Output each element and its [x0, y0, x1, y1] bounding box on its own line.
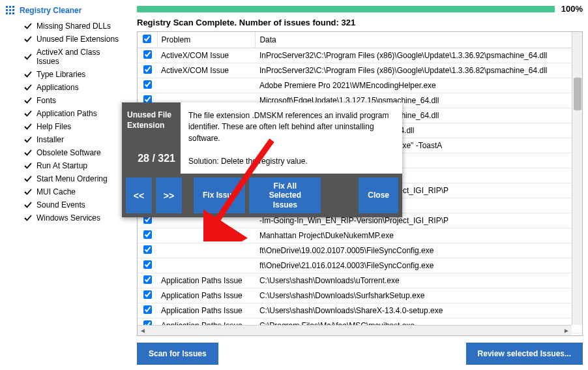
- sidebar-item-label: Start Menu Ordering: [37, 174, 108, 183]
- svg-rect-3: [6, 9, 8, 11]
- row-checkbox[interactable]: [143, 260, 152, 269]
- next-issue-button[interactable]: >>: [156, 177, 182, 213]
- cell-problem: [157, 78, 256, 93]
- popup-solution: Solution: Delete the registry value.: [188, 156, 394, 167]
- sidebar-item-start-menu-ordering[interactable]: Start Menu Ordering: [5, 172, 125, 185]
- row-checkbox[interactable]: [143, 80, 152, 89]
- cell-problem: ActiveX/COM Issue: [157, 48, 256, 63]
- sidebar-item-label: Missing Shared DLLs: [37, 22, 111, 31]
- check-icon: [23, 52, 33, 61]
- close-popup-button[interactable]: Close: [359, 177, 398, 213]
- check-icon: [23, 122, 33, 131]
- cell-data: C:\Users\shash\Downloads\SurfsharkSetup.…: [256, 288, 582, 303]
- sidebar-item-type-libraries[interactable]: Type Libraries: [5, 68, 125, 81]
- table-row[interactable]: ft\OneDrive\19.002.0107.0005\FileSyncCon…: [138, 243, 582, 258]
- sidebar-item-unused-file-extensions[interactable]: Unused File Extensions: [5, 33, 125, 46]
- header-problem[interactable]: Problem: [157, 32, 256, 48]
- table-row[interactable]: ActiveX/COM IssueInProcServer32\C:\Progr…: [138, 63, 582, 78]
- table-row[interactable]: Application Paths IssueC:\Users\shash\Do…: [138, 303, 582, 318]
- svg-rect-6: [6, 12, 8, 14]
- table-row[interactable]: Application Paths IssueC:\Users\shash\Do…: [138, 273, 582, 288]
- scrollbar-horizontal[interactable]: ◄►: [138, 325, 572, 335]
- sidebar-item-windows-services[interactable]: Windows Services: [5, 211, 125, 224]
- row-checkbox[interactable]: [143, 245, 152, 254]
- svg-rect-1: [9, 6, 11, 8]
- status-text: Registry Scan Complete. Number of issues…: [137, 18, 583, 27]
- scrollbar-vertical[interactable]: [572, 32, 582, 325]
- sidebar-item-activex-and-class-issues[interactable]: ActiveX and Class Issues: [5, 46, 125, 68]
- prev-issue-button[interactable]: <<: [126, 177, 152, 213]
- popup-title: Unused File Extension: [127, 110, 175, 131]
- table-row[interactable]: Application Paths IssueC:\Users\shash\Do…: [138, 288, 582, 303]
- check-icon: [23, 213, 33, 223]
- cell-problem: [157, 243, 256, 258]
- sidebar-item-sound-events[interactable]: Sound Events: [5, 198, 125, 211]
- sidebar-item-obsolete-software[interactable]: Obsolete Software: [5, 146, 125, 159]
- cell-data: C:\Users\shash\Downloads\ShareX-13.4.0-s…: [256, 303, 582, 318]
- sidebar-item-run-at-startup[interactable]: Run At Startup: [5, 159, 125, 172]
- cell-problem: Application Paths Issue: [157, 273, 256, 288]
- check-icon: [23, 83, 33, 92]
- sidebar-item-label: Windows Services: [37, 213, 100, 223]
- cell-data: ft\OneDrive\21.016.0124.0003\FileSyncCon…: [256, 258, 582, 273]
- check-icon: [23, 70, 33, 79]
- row-checkbox[interactable]: [143, 65, 152, 74]
- check-icon: [23, 135, 33, 144]
- sidebar-title[interactable]: Registry Cleaner: [5, 4, 125, 17]
- scan-button[interactable]: Scan for Issues: [137, 343, 218, 365]
- check-icon: [23, 96, 33, 105]
- select-all-checkbox[interactable]: [143, 35, 151, 43]
- svg-rect-0: [6, 6, 8, 8]
- sidebar-item-mui-cache[interactable]: MUI Cache: [5, 185, 125, 198]
- issue-detail-popup: Unused File Extension 28 / 321 The file …: [122, 102, 402, 217]
- table-row[interactable]: Adobe Premiere Pro 2021\WMEncodingHelper…: [138, 78, 582, 93]
- svg-rect-8: [12, 12, 14, 14]
- check-icon: [23, 148, 33, 157]
- sidebar-item-fonts[interactable]: Fonts: [5, 94, 125, 107]
- sidebar-item-missing-shared-dlls[interactable]: Missing Shared DLLs: [5, 20, 125, 33]
- review-button[interactable]: Review selected Issues...: [466, 343, 583, 365]
- sidebar-item-label: ActiveX and Class Issues: [37, 48, 125, 66]
- check-icon: [23, 161, 33, 170]
- table-row[interactable]: ft\OneDrive\21.016.0124.0003\FileSyncCon…: [138, 258, 582, 273]
- svg-rect-4: [9, 9, 11, 11]
- sidebar-item-label: Run At Startup: [37, 161, 87, 170]
- sidebar-item-label: Applications: [37, 83, 79, 92]
- row-checkbox[interactable]: [143, 50, 152, 59]
- table-row[interactable]: Manhattan Project\DukeNukemMP.exe: [138, 228, 582, 243]
- popup-counter: 28 / 321: [127, 152, 175, 166]
- check-icon: [23, 200, 33, 209]
- fix-issue-button[interactable]: Fix Issue: [194, 177, 245, 213]
- sidebar-item-installer[interactable]: Installer: [5, 133, 125, 146]
- sidebar-item-help-files[interactable]: Help Files: [5, 120, 125, 133]
- check-icon: [23, 187, 33, 196]
- header-data[interactable]: Data: [256, 32, 582, 48]
- cell-data: C:\Users\shash\Downloads\uTorrent.exe: [256, 273, 582, 288]
- sidebar-item-label: Fonts: [37, 96, 56, 105]
- grid-icon: [5, 5, 16, 16]
- popup-body: The file extension .DMSKM references an …: [181, 102, 402, 174]
- table-row[interactable]: ActiveX/COM IssueInProcServer32\C:\Progr…: [138, 48, 582, 63]
- cell-problem: Application Paths Issue: [157, 288, 256, 303]
- row-checkbox[interactable]: [143, 275, 152, 284]
- cell-data: Adobe Premiere Pro 2021\WMEncodingHelper…: [256, 78, 582, 93]
- row-checkbox[interactable]: [143, 230, 152, 239]
- progress-percent: 100%: [561, 4, 583, 14]
- row-checkbox[interactable]: [143, 290, 152, 299]
- sidebar-item-label: Unused File Extensions: [37, 35, 119, 44]
- sidebar-title-label: Registry Cleaner: [20, 6, 81, 15]
- popup-desc: The file extension .DMSKM references an …: [188, 110, 394, 144]
- row-checkbox[interactable]: [143, 305, 152, 314]
- sidebar-item-label: MUI Cache: [37, 187, 76, 196]
- fix-all-button[interactable]: Fix All Selected Issues: [249, 177, 321, 213]
- check-icon: [23, 22, 33, 31]
- sidebar-item-applications[interactable]: Applications: [5, 81, 125, 94]
- svg-rect-7: [9, 12, 11, 14]
- cell-data: Manhattan Project\DukeNukemMP.exe: [256, 228, 582, 243]
- cell-problem: [157, 228, 256, 243]
- sidebar: Registry Cleaner Missing Shared DLLsUnus…: [0, 0, 130, 370]
- svg-rect-5: [12, 9, 14, 11]
- cell-data: ft\OneDrive\19.002.0107.0005\FileSyncCon…: [256, 243, 582, 258]
- sidebar-item-application-paths[interactable]: Application Paths: [5, 107, 125, 120]
- cell-data: InProcServer32\C:\Program Files (x86)\Go…: [256, 48, 582, 63]
